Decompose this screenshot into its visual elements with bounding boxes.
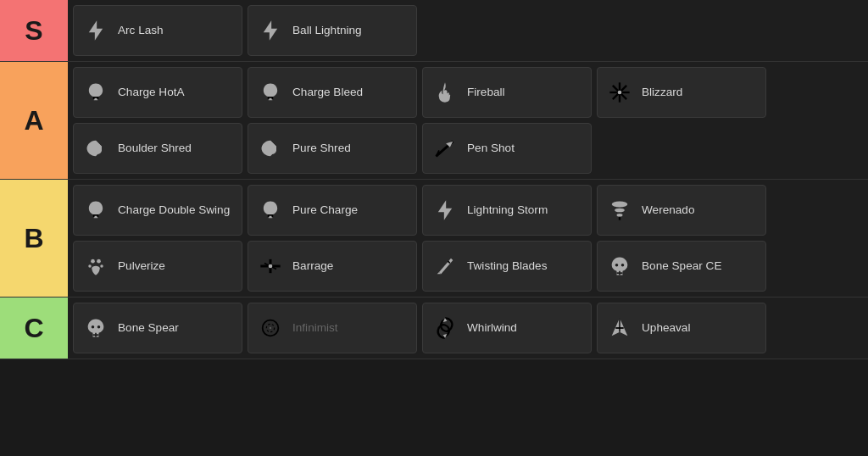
skill-card-upheaval[interactable]: Upheaval <box>597 303 766 353</box>
tier-list: SArc LashBall LightningACharge HotACharg… <box>0 0 868 359</box>
tier-label-c: C <box>0 298 68 359</box>
skill-name-bone-spear: Bone Spear <box>118 321 179 335</box>
barrage-icon <box>257 253 284 280</box>
skill-name-pure-charge: Pure Charge <box>292 203 358 217</box>
pure-charge-icon <box>257 197 284 224</box>
skill-card-blizzard[interactable]: Blizzard <box>597 67 766 118</box>
boulder-shred-icon <box>82 135 109 162</box>
skill-name-charge-double-swing: Charge Double Swing <box>118 203 230 217</box>
charge-bleed-icon <box>257 79 284 106</box>
tier-label-b: B <box>0 180 68 297</box>
skill-card-boulder-shred[interactable]: Boulder Shred <box>73 123 242 174</box>
tier-row-c: CBone SpearInfinimistWhirlwindUpheaval <box>0 298 868 359</box>
ball-lightning-icon <box>257 17 284 44</box>
skill-name-lightning-storm: Lightning Storm <box>467 203 548 217</box>
pure-shred-icon <box>257 135 284 162</box>
twisting-blades-icon <box>431 253 459 280</box>
pulverize-icon <box>82 253 109 280</box>
skill-name-werenado: Werenado <box>642 203 694 217</box>
tier-content-b: Charge Double SwingPure ChargeLightning … <box>68 180 868 297</box>
arc-lash-icon <box>82 17 109 44</box>
werenado-icon <box>606 197 633 224</box>
skill-name-whirlwind: Whirlwind <box>467 321 517 335</box>
tier-label-s: S <box>0 0 68 61</box>
skill-card-pure-charge[interactable]: Pure Charge <box>248 185 417 236</box>
skill-card-werenado[interactable]: Werenado <box>597 185 766 236</box>
skill-card-charge-double-swing[interactable]: Charge Double Swing <box>73 185 242 236</box>
skill-card-pen-shot[interactable]: Pen Shot <box>422 123 592 174</box>
skill-name-pure-shred: Pure Shred <box>292 142 351 155</box>
skill-card-pulverize[interactable]: Pulverize <box>73 241 242 292</box>
infinimist-icon <box>257 314 284 342</box>
skill-name-upheaval: Upheaval <box>642 321 690 335</box>
skill-card-ball-lightning[interactable]: Ball Lightning <box>248 5 417 56</box>
skill-name-pulverize: Pulverize <box>118 259 165 273</box>
skill-card-fireball[interactable]: Fireball <box>422 67 592 118</box>
skill-card-bone-spear-ce[interactable]: Bone Spear CE <box>597 241 766 292</box>
skill-card-barrage[interactable]: Barrage <box>248 241 417 292</box>
skill-name-infinimist: Infinimist <box>292 321 338 335</box>
skill-name-fireball: Fireball <box>467 86 505 99</box>
charge-hota-icon <box>82 79 109 106</box>
tier-label-a: A <box>0 62 68 179</box>
skill-card-infinimist[interactable]: Infinimist <box>248 303 417 353</box>
charge-double-swing-icon <box>82 197 109 224</box>
skill-name-charge-bleed: Charge Bleed <box>292 86 363 99</box>
skill-card-whirlwind[interactable]: Whirlwind <box>422 303 592 353</box>
skill-name-pen-shot: Pen Shot <box>467 142 515 155</box>
blizzard-icon <box>606 79 633 106</box>
tier-row-a: ACharge HotACharge BleedFireballBlizzard… <box>0 62 868 180</box>
skill-name-boulder-shred: Boulder Shred <box>118 142 192 155</box>
upheaval-icon <box>606 314 633 342</box>
tier-row-s: SArc LashBall Lightning <box>0 0 868 62</box>
bone-spear-ce-icon <box>606 253 633 280</box>
skill-card-charge-hota[interactable]: Charge HotA <box>73 67 242 118</box>
skill-name-bone-spear-ce: Bone Spear CE <box>642 259 721 273</box>
skill-name-arc-lash: Arc Lash <box>118 24 164 37</box>
whirlwind-icon <box>431 314 459 342</box>
skill-name-twisting-blades: Twisting Blades <box>467 259 547 273</box>
skill-card-charge-bleed[interactable]: Charge Bleed <box>248 67 417 118</box>
fireball-icon <box>431 79 459 106</box>
tier-content-s: Arc LashBall Lightning <box>68 0 868 61</box>
pen-shot-icon <box>431 135 459 162</box>
skill-name-ball-lightning: Ball Lightning <box>292 24 362 37</box>
tier-content-a: Charge HotACharge BleedFireballBlizzardB… <box>68 62 868 179</box>
skill-card-twisting-blades[interactable]: Twisting Blades <box>422 241 592 292</box>
skill-card-pure-shred[interactable]: Pure Shred <box>248 123 417 174</box>
skill-card-arc-lash[interactable]: Arc Lash <box>73 5 242 56</box>
bone-spear-icon <box>82 314 109 342</box>
skill-card-lightning-storm[interactable]: Lightning Storm <box>422 185 592 236</box>
skill-name-barrage: Barrage <box>292 259 333 273</box>
skill-name-charge-hota: Charge HotA <box>118 86 185 99</box>
lightning-storm-icon <box>431 197 459 224</box>
tier-row-b: BCharge Double SwingPure ChargeLightning… <box>0 180 868 298</box>
skill-name-blizzard: Blizzard <box>642 86 682 99</box>
tier-content-c: Bone SpearInfinimistWhirlwindUpheaval <box>68 298 868 359</box>
skill-card-bone-spear[interactable]: Bone Spear <box>73 303 242 353</box>
